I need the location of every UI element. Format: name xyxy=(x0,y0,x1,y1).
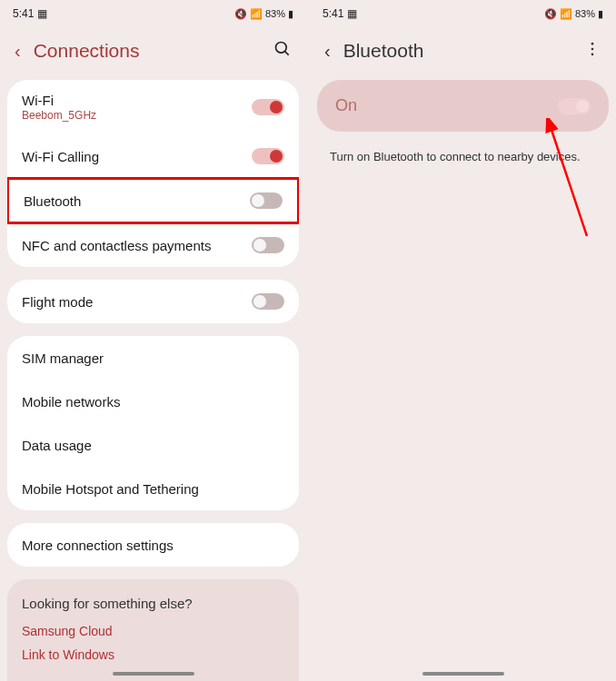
row-label: More connection settings xyxy=(22,538,174,553)
footer-link[interactable]: Link to Windows xyxy=(22,647,284,662)
row-flight-mode[interactable]: Flight mode xyxy=(7,280,299,323)
status-bar: 5:41 ▦ 🔇 📶 83% ▮ xyxy=(0,0,306,27)
toggle-bluetooth[interactable] xyxy=(250,192,283,209)
svg-point-4 xyxy=(591,54,594,56)
svg-point-3 xyxy=(591,48,594,51)
row-data-usage[interactable]: Data usage xyxy=(7,423,299,467)
search-icon[interactable] xyxy=(273,40,292,62)
battery-icon: ▮ xyxy=(288,8,293,20)
battery-text: 83% xyxy=(575,8,595,19)
gallery-icon: ▦ xyxy=(347,7,357,20)
hint-text: Turn on Bluetooth to connect to nearby d… xyxy=(310,132,616,182)
svg-line-1 xyxy=(285,52,289,55)
toggle-bluetooth-main[interactable] xyxy=(558,98,591,114)
page-title: Connections xyxy=(34,40,261,62)
more-icon[interactable] xyxy=(583,40,601,62)
footer-suggestions: Looking for something else? Samsung Clou… xyxy=(7,579,299,681)
toggle-wifi-calling[interactable] xyxy=(252,148,284,164)
settings-group: SIM manager Mobile networks Data usage M… xyxy=(7,336,299,510)
state-label: On xyxy=(335,96,357,115)
toggle-nfc[interactable] xyxy=(252,237,284,253)
screen-connections: 5:41 ▦ 🔇 📶 83% ▮ ‹ Connections Wi-Fi Bee… xyxy=(0,0,306,681)
toggle-wifi[interactable] xyxy=(252,99,284,115)
status-time: 5:41 xyxy=(323,7,343,20)
mute-icon: 🔇 xyxy=(544,8,557,20)
battery-icon: ▮ xyxy=(598,8,603,20)
row-label: NFC and contactless payments xyxy=(22,238,211,253)
row-sim-manager[interactable]: SIM manager xyxy=(7,336,299,380)
row-bluetooth[interactable]: Bluetooth xyxy=(7,177,299,224)
home-indicator[interactable] xyxy=(113,672,194,676)
settings-group: Flight mode xyxy=(7,280,299,323)
header: ‹ Connections xyxy=(0,27,306,80)
row-nfc[interactable]: NFC and contactless payments xyxy=(7,223,299,267)
row-more-settings[interactable]: More connection settings xyxy=(7,523,299,567)
row-mobile-networks[interactable]: Mobile networks xyxy=(7,380,299,423)
back-icon[interactable]: ‹ xyxy=(324,41,331,62)
gallery-icon: ▦ xyxy=(37,7,47,20)
battery-text: 83% xyxy=(265,8,285,19)
signal-icon: 📶 xyxy=(250,8,263,20)
home-indicator[interactable] xyxy=(422,672,504,676)
row-wifi[interactable]: Wi-Fi Beebom_5GHz xyxy=(7,80,299,134)
row-hotspot[interactable]: Mobile Hotspot and Tethering xyxy=(7,467,299,510)
row-label: Mobile Hotspot and Tethering xyxy=(22,481,199,497)
signal-icon: 📶 xyxy=(560,8,572,20)
row-wifi-calling[interactable]: Wi-Fi Calling xyxy=(7,134,299,178)
page-title: Bluetooth xyxy=(343,40,571,62)
status-time: 5:41 xyxy=(13,7,34,20)
row-label: Wi-Fi Calling xyxy=(22,149,99,164)
back-icon[interactable]: ‹ xyxy=(15,41,21,62)
row-sublabel: Beebom_5GHz xyxy=(22,109,96,122)
header: ‹ Bluetooth xyxy=(310,27,616,80)
row-label: SIM manager xyxy=(22,350,104,366)
svg-point-2 xyxy=(591,43,594,45)
toggle-flight-mode[interactable] xyxy=(252,293,284,310)
row-label: Flight mode xyxy=(22,294,93,310)
row-label: Wi-Fi xyxy=(22,93,96,108)
mute-icon: 🔇 xyxy=(234,8,247,20)
screen-bluetooth: 5:41 ▦ 🔇 📶 83% ▮ ‹ Bluetooth On Turn on … xyxy=(310,0,616,681)
row-label: Data usage xyxy=(22,438,92,453)
footer-link[interactable]: Samsung Cloud xyxy=(22,624,284,638)
settings-group: Wi-Fi Beebom_5GHz Wi-Fi Calling Bluetoot… xyxy=(7,80,299,267)
status-bar: 5:41 ▦ 🔇 📶 83% ▮ xyxy=(310,0,616,27)
row-label: Bluetooth xyxy=(24,193,81,209)
svg-point-0 xyxy=(276,43,287,54)
settings-group: More connection settings xyxy=(7,523,299,567)
row-label: Mobile networks xyxy=(22,394,120,410)
footer-heading: Looking for something else? xyxy=(22,596,284,611)
row-bluetooth-state[interactable]: On xyxy=(317,80,609,132)
